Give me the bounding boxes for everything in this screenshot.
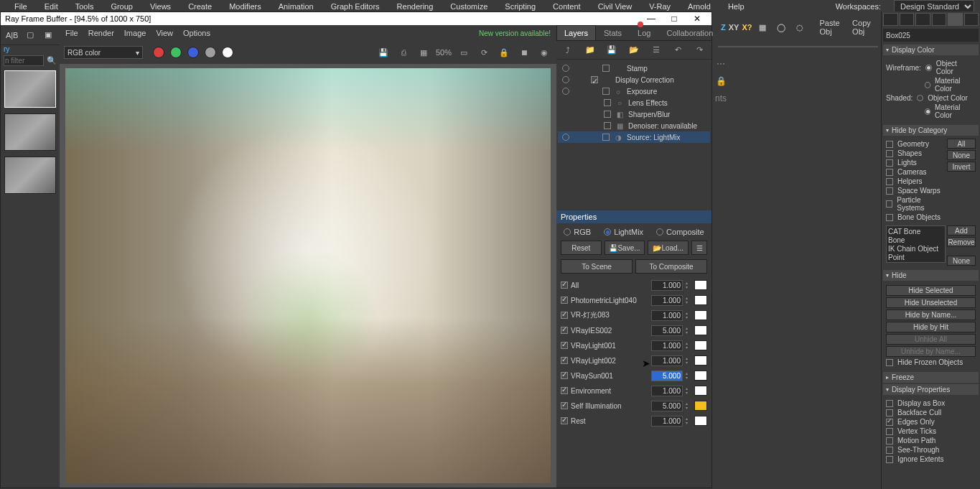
load-button[interactable]: 📂Load...: [648, 241, 689, 255]
menu-animation[interactable]: Animation: [270, 2, 322, 11]
light-enable-checkbox[interactable]: [561, 372, 568, 379]
light-color-swatch[interactable]: [694, 386, 707, 396]
hide-btn-hide-by-name-[interactable]: Hide by Name...: [886, 309, 976, 320]
menu-rendering[interactable]: Rendering: [388, 2, 442, 11]
save-all-icon[interactable]: ⎙: [396, 45, 411, 60]
axis-indicator[interactable]: Z XY X? ▦ ◯ ◌: [721, 19, 808, 35]
create-tab-icon[interactable]: [883, 13, 898, 26]
history-thumb-2[interactable]: [4, 157, 56, 194]
light-color-swatch[interactable]: [694, 401, 707, 411]
light-multiplier-input[interactable]: 5.000: [651, 325, 683, 336]
save-image-icon[interactable]: 💾: [375, 45, 391, 60]
utilities-tab-icon[interactable]: [964, 13, 979, 26]
history-thumb-1[interactable]: [4, 113, 56, 151]
light-color-swatch[interactable]: [694, 325, 707, 335]
hc-check-shapes[interactable]: [886, 150, 893, 157]
hc-check-space-warps[interactable]: [886, 187, 893, 195]
rollup-display-color[interactable]: ▾Display Color: [883, 45, 979, 55]
max-viewport[interactable]: [718, 46, 878, 47]
history-image-b-icon[interactable]: ▣: [42, 28, 55, 42]
menu-civil-view[interactable]: Civil View: [589, 2, 640, 11]
vfb-menu-image[interactable]: Image: [124, 29, 146, 37]
light-multiplier-input[interactable]: 1.000: [651, 310, 683, 321]
tab-stats[interactable]: Stats: [596, 25, 630, 40]
menu-group[interactable]: Group: [102, 2, 141, 11]
light-enable-checkbox[interactable]: [561, 327, 568, 334]
history-compare-ab-icon[interactable]: A|B: [5, 28, 19, 42]
lock-icon[interactable]: 🔒: [496, 45, 512, 60]
hc-list-item[interactable]: Bone: [888, 236, 943, 245]
light-multiplier-input[interactable]: 5.000: [651, 401, 683, 411]
dp-check-ignore-extents[interactable]: [886, 456, 893, 463]
channel-swatch-3[interactable]: [205, 47, 216, 58]
spinner-icon[interactable]: ▴▾: [686, 356, 691, 365]
reset-button[interactable]: Reset: [561, 241, 602, 255]
hc-check-helpers[interactable]: [886, 178, 893, 185]
checkbox[interactable]: [604, 99, 611, 106]
wireframe-object-radio[interactable]: [925, 65, 932, 71]
hc-check-geometry[interactable]: [886, 141, 893, 148]
hc-none-button[interactable]: None: [947, 150, 976, 160]
motion-tab-icon[interactable]: [932, 13, 947, 26]
hc-check-particle-systems[interactable]: [886, 200, 892, 208]
hc-none2-button[interactable]: None: [947, 256, 976, 266]
light-color-swatch[interactable]: [694, 295, 707, 305]
spinner-icon[interactable]: ▴▾: [686, 401, 691, 410]
menu-help[interactable]: Help: [719, 2, 753, 11]
dock-close-icon[interactable]: nts: [715, 93, 727, 103]
options-button[interactable]: ☰: [691, 241, 707, 255]
light-enable-checkbox[interactable]: [561, 357, 568, 364]
layer-denoiser-unavailable[interactable]: ▦Denoiser: unavailable: [558, 120, 710, 131]
paste-obj-button[interactable]: Paste Obj: [819, 19, 844, 36]
eye-icon[interactable]: [562, 65, 569, 72]
mode-composite-radio[interactable]: Composite: [656, 228, 704, 236]
light-multiplier-input[interactable]: 5.000: [651, 371, 683, 381]
layer-display-correction[interactable]: ✓Display Correction: [558, 74, 710, 85]
add-layer-icon[interactable]: ⤴: [561, 42, 576, 58]
undo-icon[interactable]: ↶: [671, 42, 686, 58]
save-preset-icon[interactable]: 💾: [605, 42, 620, 58]
dp-check-vertex-ticks[interactable]: [886, 428, 893, 435]
light-color-swatch[interactable]: [694, 310, 707, 320]
channel-select[interactable]: RGB color ▾: [64, 46, 143, 59]
spinner-icon[interactable]: ▴▾: [686, 296, 691, 304]
redo-icon[interactable]: ↷: [692, 42, 707, 58]
layer-lens-effects[interactable]: ○Lens Effects: [558, 97, 710, 108]
hc-list-item[interactable]: CAT Bone: [888, 228, 943, 236]
spinner-icon[interactable]: ▴▾: [686, 416, 691, 425]
spinner-icon[interactable]: ▴▾: [686, 371, 691, 380]
tab-layers[interactable]: Layers: [556, 25, 596, 40]
spinner-icon[interactable]: ▴▾: [686, 386, 691, 395]
teapot-render-icon[interactable]: ◉: [536, 45, 552, 60]
copy-obj-button[interactable]: Copy Obj: [852, 19, 875, 36]
layer-stamp[interactable]: Stamp: [558, 62, 710, 74]
light-color-swatch[interactable]: [694, 416, 707, 426]
channel-swatch-2[interactable]: [187, 47, 199, 58]
channel-swatch-1[interactable]: [170, 47, 182, 58]
dp-check-display-as-box[interactable]: [886, 400, 893, 407]
menu-content[interactable]: Content: [544, 2, 589, 11]
display-tab-icon[interactable]: [948, 13, 963, 26]
grid-icon[interactable]: ▦: [755, 19, 770, 35]
snap-icon[interactable]: ◯: [773, 19, 789, 35]
eye-icon[interactable]: [562, 134, 569, 141]
tab-collaboration[interactable]: Collaboration: [658, 25, 721, 40]
checkbox[interactable]: ✓: [591, 76, 598, 83]
eye-icon[interactable]: [562, 76, 569, 83]
dp-check-backface-cull[interactable]: [886, 409, 893, 416]
hc-check-bone-objects[interactable]: [886, 214, 893, 221]
spinner-icon[interactable]: ▴▾: [686, 281, 691, 289]
menu-tools[interactable]: Tools: [67, 2, 103, 11]
hc-all-button[interactable]: All: [947, 139, 976, 149]
hide-btn-hide-unselected[interactable]: Hide Unselected: [886, 297, 976, 308]
light-multiplier-input[interactable]: 1.000: [651, 340, 683, 351]
light-color-swatch[interactable]: [694, 280, 707, 290]
checkbox[interactable]: [602, 134, 610, 141]
vfb-menu-options[interactable]: Options: [183, 29, 210, 37]
light-color-swatch[interactable]: [694, 340, 707, 350]
dock-lock-icon[interactable]: 🔒: [716, 76, 727, 86]
rollup-hide[interactable]: ▾Hide: [883, 270, 979, 281]
layer-sharpen-blur[interactable]: ◧Sharpen/Blur: [558, 108, 710, 120]
light-color-swatch[interactable]: [694, 355, 707, 365]
history-filter-input[interactable]: [4, 55, 44, 66]
